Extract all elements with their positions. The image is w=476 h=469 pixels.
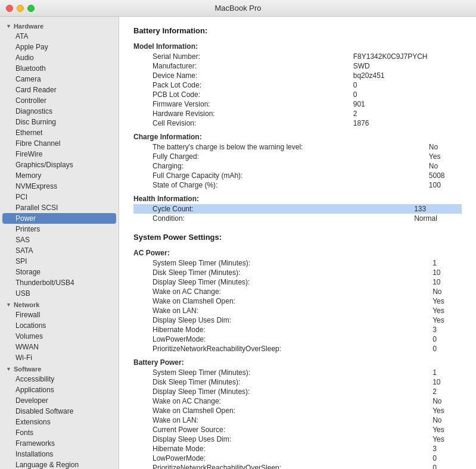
table-row: Pack Lot Code: 0 [133, 80, 462, 90]
charge-info-label: Charge Information: [133, 130, 462, 142]
triangle-icon: ▼ [6, 23, 11, 29]
table-row: Firmware Version: 901 [133, 99, 462, 109]
table-row: Cell Revision: 1876 [133, 118, 462, 128]
sidebar-item[interactable]: WWAN [2, 342, 116, 352]
sidebar-item[interactable]: Ethernet [2, 127, 116, 138]
table-row: Display Sleep Uses Dim:Yes [133, 434, 462, 444]
sidebar-section-network[interactable]: ▼ Network [0, 299, 119, 309]
table-row: Wake on AC Change:No [133, 396, 462, 406]
cycle-count-row: Cycle Count: 133 [133, 204, 462, 214]
sidebar-item[interactable]: SAS [2, 234, 116, 245]
table-row: State of Charge (%): 100 [133, 180, 462, 190]
sidebar-item[interactable]: Developer [2, 395, 116, 406]
sidebar-item[interactable]: Locations [2, 320, 116, 331]
table-row: LowPowerMode:0 [133, 334, 462, 344]
main-area: ▼ Hardware ATA Apple Pay Audio Bluetooth… [0, 17, 476, 469]
sidebar-item[interactable]: Fibre Channel [2, 138, 116, 149]
sidebar-item[interactable]: Wi-Fi [2, 352, 116, 363]
table-row: Disk Sleep Timer (Minutes):10 [133, 377, 462, 387]
sidebar-item[interactable]: Printers [2, 224, 116, 234]
sidebar-item[interactable]: Audio [2, 52, 116, 63]
sidebar-item[interactable]: Bluetooth [2, 63, 116, 74]
sidebar-item[interactable]: Volumes [2, 331, 116, 342]
sidebar-item[interactable]: SPI [2, 256, 116, 267]
table-row: Display Sleep Timer (Minutes):10 [133, 277, 462, 287]
maximize-button[interactable] [27, 5, 35, 12]
sidebar-item[interactable]: USB [2, 288, 116, 299]
health-info-table: Cycle Count: 133 Condition: Normal [133, 204, 462, 223]
software-section-label: Software [14, 365, 41, 373]
sidebar-item[interactable]: Memory [2, 170, 116, 181]
hardware-section-label: Hardware [14, 23, 43, 30]
table-row: Full Charge Capacity (mAh): 5008 [133, 171, 462, 180]
sidebar-section-hardware[interactable]: ▼ Hardware [0, 20, 119, 31]
sidebar-item[interactable]: Installations [2, 449, 116, 459]
table-row: Charging: No [133, 161, 462, 171]
sidebar-item[interactable]: Accessibility [2, 374, 116, 384]
sidebar-item[interactable]: SATA [2, 245, 116, 256]
table-row: Manufacturer: SWD [133, 61, 462, 71]
sidebar-item[interactable]: Disabled Software [2, 406, 116, 417]
title-bar: MacBook Pro [0, 0, 476, 17]
battery-power-label: Battery Power: [133, 356, 462, 368]
table-row: LowPowerMode:0 [133, 454, 462, 463]
sidebar-item[interactable]: Fonts [2, 427, 116, 438]
table-row: Display Sleep Timer (Minutes):2 [133, 387, 462, 396]
sidebar-item[interactable]: NVMExpress [2, 181, 116, 192]
sidebar-item[interactable]: Camera [2, 74, 116, 85]
sidebar-item[interactable]: Disc Burning [2, 117, 116, 127]
model-info-table: Serial Number: F8Y1342K0C9J7PYCH Manufac… [133, 52, 462, 128]
table-row: Condition: Normal [133, 214, 462, 223]
window-controls[interactable] [6, 5, 35, 12]
table-row: Fully Charged: Yes [133, 152, 462, 161]
model-info-label: Model Information: [133, 40, 462, 52]
triangle-icon: ▼ [6, 302, 11, 308]
sidebar-item[interactable]: PCI [2, 192, 116, 202]
sidebar-item[interactable]: Language & Region [2, 459, 116, 469]
table-row: Wake on LAN:Yes [133, 306, 462, 315]
table-row: Display Sleep Uses Dim:Yes [133, 315, 462, 325]
table-row: Current Power Source:Yes [133, 425, 462, 434]
system-power-title: System Power Settings: [133, 233, 462, 242]
table-row: Hibernate Mode:3 [133, 325, 462, 334]
table-row: PCB Lot Code: 0 [133, 90, 462, 99]
network-section-label: Network [14, 301, 39, 308]
table-row: Disk Sleep Timer (Minutes):10 [133, 268, 462, 277]
battery-info-title: Battery Information: [133, 26, 462, 35]
triangle-icon: ▼ [6, 366, 11, 372]
table-row: PrioritizeNetworkReachabilityOverSleep:0 [133, 344, 462, 354]
content-body: Battery Information: Model Information: … [119, 17, 476, 469]
content-pane: Battery Information: Model Information: … [119, 17, 476, 469]
sidebar-item[interactable]: Diagnostics [2, 106, 116, 117]
minimize-button[interactable] [17, 5, 24, 12]
sidebar-section-software[interactable]: ▼ Software [0, 363, 119, 374]
sidebar-item[interactable]: Apple Pay [2, 42, 116, 52]
sidebar-item[interactable]: Parallel SCSI [2, 202, 116, 213]
table-row: Serial Number: F8Y1342K0C9J7PYCH [133, 52, 462, 61]
ac-power-table: System Sleep Timer (Minutes):1 Disk Slee… [133, 258, 462, 354]
table-row: Wake on Clamshell Open:Yes [133, 296, 462, 306]
table-row: Hardware Revision: 2 [133, 109, 462, 118]
table-row: System Sleep Timer (Minutes):1 [133, 368, 462, 377]
health-info-label: Health Information: [133, 192, 462, 204]
sidebar-item[interactable]: Card Reader [2, 85, 116, 95]
table-row: Hibernate Mode:3 [133, 444, 462, 454]
sidebar-item[interactable]: FireWire [2, 149, 116, 160]
close-button[interactable] [6, 5, 13, 12]
sidebar-item[interactable]: ATA [2, 31, 116, 42]
table-row: Wake on Clamshell Open:Yes [133, 406, 462, 415]
sidebar-item[interactable]: Controller [2, 95, 116, 106]
sidebar-item[interactable]: Extensions [2, 417, 116, 427]
battery-power-table: System Sleep Timer (Minutes):1 Disk Slee… [133, 368, 462, 469]
sidebar-item-power[interactable]: Power [2, 213, 116, 224]
sidebar-item[interactable]: Thunderbolt/USB4 [2, 277, 116, 288]
sidebar-item[interactable]: Applications [2, 384, 116, 395]
table-row: Device Name: bq20z451 [133, 71, 462, 80]
table-row: System Sleep Timer (Minutes):1 [133, 258, 462, 268]
sidebar-item[interactable]: Storage [2, 267, 116, 277]
ac-power-label: AC Power: [133, 246, 462, 258]
sidebar-item[interactable]: Frameworks [2, 438, 116, 449]
sidebar-item[interactable]: Graphics/Displays [2, 160, 116, 170]
sidebar-item[interactable]: Firewall [2, 309, 116, 320]
charge-info-table: The battery's charge is below the warnin… [133, 142, 462, 190]
